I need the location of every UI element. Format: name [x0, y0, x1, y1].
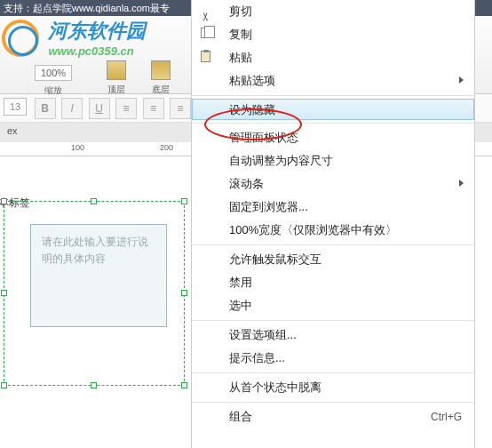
chevron-right-icon: [459, 76, 464, 84]
menu-full-width[interactable]: 100%宽度〈仅限浏览器中有效〉: [192, 219, 474, 242]
menu-allow-mouse[interactable]: 允许触发鼠标交互: [192, 248, 474, 271]
resize-handle-tl[interactable]: [1, 198, 7, 204]
menu-tooltip-info[interactable]: 提示信息...: [192, 347, 474, 370]
bottom-layer-icon: [151, 60, 171, 80]
logo-icon: [2, 20, 39, 57]
italic-button[interactable]: I: [61, 98, 83, 119]
placeholder-text: 请在此处输入要进行说明的具体内容: [42, 236, 148, 265]
bring-front-button[interactable]: 顶层: [98, 60, 135, 96]
menu-paste[interactable]: 粘贴: [192, 46, 474, 69]
menu-select[interactable]: 选中: [192, 294, 474, 317]
resize-handle-mr[interactable]: [181, 290, 187, 296]
separator: [192, 244, 474, 245]
resize-handle-tm[interactable]: [91, 198, 97, 204]
paste-icon: [201, 51, 210, 62]
menu-scrollbar[interactable]: 滚动条: [192, 172, 474, 196]
separator: [192, 402, 474, 403]
menu-manage-panel-states[interactable]: 管理面板状态: [192, 126, 474, 149]
align-right-button[interactable]: ≡: [170, 98, 191, 119]
menu-paste-options[interactable]: 粘贴选项: [192, 69, 474, 92]
resize-handle-br[interactable]: [181, 382, 187, 388]
align-center-button[interactable]: ≡: [143, 98, 164, 119]
menu-detach-state[interactable]: 从首个状态中脱离: [192, 376, 474, 399]
separator: [192, 372, 474, 373]
shortcut-label: Ctrl+G: [431, 405, 462, 428]
zoom-value[interactable]: 100%: [35, 65, 72, 81]
menu-cut[interactable]: 剪切: [192, 0, 474, 23]
top-layer-icon: [107, 60, 126, 80]
fontsize-input[interactable]: 13: [4, 98, 27, 116]
align-left-button[interactable]: ≡: [115, 98, 137, 119]
menu-set-option-group[interactable]: 设置选项组...: [192, 324, 474, 347]
support-text: 支持：起点学院www.qidianla.com最专: [4, 3, 170, 13]
separator: [192, 123, 474, 124]
separator: [192, 320, 474, 321]
underline-button[interactable]: U: [89, 98, 110, 119]
send-back-button[interactable]: 底层: [142, 60, 179, 96]
menu-fix-browser[interactable]: 固定到浏览器...: [192, 196, 474, 219]
resize-handle-ml[interactable]: [1, 290, 7, 296]
menu-copy[interactable]: 复制: [192, 23, 474, 46]
menu-group[interactable]: 组合Ctrl+G: [192, 405, 474, 428]
logo-main: 河东软件园: [48, 18, 146, 44]
context-menu[interactable]: 剪切 复制 粘贴 粘贴选项 设为隐藏 管理面板状态 自动调整为内容尺寸 滚动条 …: [191, 0, 475, 448]
bold-button[interactable]: B: [35, 98, 56, 119]
resize-handle-bl[interactable]: [1, 382, 7, 388]
chevron-right-icon: [459, 180, 464, 187]
logo-url: www.pc0359.cn: [48, 44, 146, 58]
design-canvas[interactable]: 本标签 请在此处输入要进行说明的具体内容: [0, 156, 191, 448]
menu-set-hidden[interactable]: 设为隐藏: [192, 99, 474, 120]
resize-handle-bm[interactable]: [91, 382, 97, 388]
menu-auto-resize[interactable]: 自动调整为内容尺寸: [192, 149, 474, 172]
zoom-section[interactable]: 100% 缩放: [27, 65, 80, 97]
copy-icon: [201, 28, 210, 38]
watermark-logo: 河东软件园 www.pc0359.cn: [2, 18, 188, 62]
cut-icon: [201, 4, 215, 19]
menu-disable[interactable]: 禁用: [192, 271, 474, 294]
tab-index[interactable]: ex: [7, 125, 18, 136]
text-widget[interactable]: 请在此处输入要进行说明的具体内容: [30, 224, 167, 327]
separator: [192, 95, 474, 96]
resize-handle-tr[interactable]: [181, 198, 187, 204]
